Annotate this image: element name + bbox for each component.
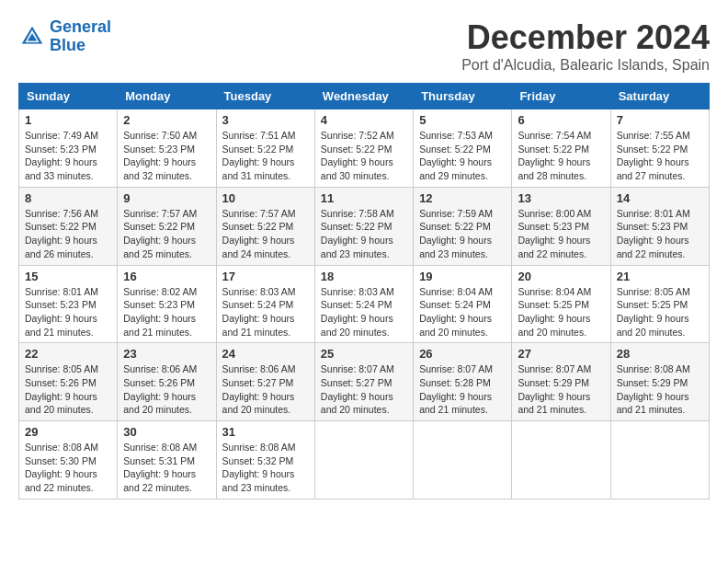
table-row: 9 Sunrise: 7:57 AMSunset: 5:22 PMDayligh…	[118, 187, 216, 265]
table-row	[512, 421, 610, 500]
day-info: Sunrise: 8:08 AMSunset: 5:32 PMDaylight:…	[222, 442, 296, 493]
title-section: December 2024 Port d'Alcudia, Balearic I…	[461, 18, 710, 74]
table-row: 3 Sunrise: 7:51 AMSunset: 5:22 PMDayligh…	[216, 109, 314, 188]
day-info: Sunrise: 7:50 AMSunset: 5:23 PMDaylight:…	[123, 130, 197, 181]
day-number: 8	[25, 191, 111, 205]
day-info: Sunrise: 7:55 AMSunset: 5:22 PMDaylight:…	[617, 130, 690, 181]
logo-text: General Blue	[50, 18, 111, 55]
subtitle: Port d'Alcudia, Balearic Islands, Spain	[461, 57, 710, 74]
day-info: Sunrise: 8:08 AMSunset: 5:31 PMDaylight:…	[123, 442, 197, 493]
table-row	[314, 421, 413, 500]
col-thursday: Thursday	[414, 84, 512, 109]
table-row	[414, 421, 512, 500]
day-number: 15	[25, 270, 111, 283]
day-number: 24	[222, 347, 309, 361]
col-tuesday: Tuesday	[216, 84, 314, 109]
day-info: Sunrise: 8:07 AMSunset: 5:27 PMDaylight:…	[321, 363, 394, 415]
calendar-week-4: 22 Sunrise: 8:05 AMSunset: 5:26 PMDaylig…	[19, 343, 710, 421]
table-row: 23 Sunrise: 8:06 AMSunset: 5:26 PMDaylig…	[118, 343, 216, 421]
day-number: 11	[321, 191, 407, 205]
col-saturday: Saturday	[610, 84, 709, 109]
day-info: Sunrise: 8:05 AMSunset: 5:26 PMDaylight:…	[25, 363, 98, 415]
table-row: 27 Sunrise: 8:07 AMSunset: 5:29 PMDaylig…	[512, 343, 610, 421]
day-info: Sunrise: 8:08 AMSunset: 5:29 PMDaylight:…	[617, 363, 690, 415]
day-number: 4	[321, 113, 407, 127]
table-row: 30 Sunrise: 8:08 AMSunset: 5:31 PMDaylig…	[118, 421, 216, 500]
day-info: Sunrise: 8:03 AMSunset: 5:24 PMDaylight:…	[321, 286, 394, 338]
day-number: 2	[123, 113, 210, 127]
day-number: 1	[25, 113, 111, 127]
day-info: Sunrise: 8:08 AMSunset: 5:30 PMDaylight:…	[25, 442, 98, 493]
table-row: 26 Sunrise: 8:07 AMSunset: 5:28 PMDaylig…	[414, 343, 512, 421]
col-wednesday: Wednesday	[314, 84, 413, 109]
table-row: 8 Sunrise: 7:56 AMSunset: 5:22 PMDayligh…	[19, 187, 118, 265]
table-row: 1 Sunrise: 7:49 AMSunset: 5:23 PMDayligh…	[19, 109, 118, 188]
day-number: 16	[123, 270, 210, 283]
day-info: Sunrise: 8:06 AMSunset: 5:27 PMDaylight:…	[222, 363, 296, 415]
calendar-week-3: 15 Sunrise: 8:01 AMSunset: 5:23 PMDaylig…	[19, 265, 710, 343]
calendar-week-1: 1 Sunrise: 7:49 AMSunset: 5:23 PMDayligh…	[19, 109, 710, 188]
day-number: 3	[222, 113, 309, 127]
day-number: 23	[123, 347, 210, 361]
day-number: 18	[321, 270, 407, 283]
table-row: 25 Sunrise: 8:07 AMSunset: 5:27 PMDaylig…	[314, 343, 413, 421]
day-info: Sunrise: 8:05 AMSunset: 5:25 PMDaylight:…	[617, 286, 690, 338]
col-sunday: Sunday	[19, 84, 118, 109]
table-row: 15 Sunrise: 8:01 AMSunset: 5:23 PMDaylig…	[19, 265, 118, 343]
day-info: Sunrise: 8:07 AMSunset: 5:29 PMDaylight:…	[518, 363, 591, 415]
day-number: 25	[321, 347, 407, 361]
table-row: 29 Sunrise: 8:08 AMSunset: 5:30 PMDaylig…	[19, 421, 118, 500]
day-number: 26	[419, 347, 506, 361]
day-number: 20	[518, 270, 604, 283]
day-number: 14	[617, 191, 703, 205]
logo: General Blue	[18, 18, 111, 55]
day-number: 28	[617, 347, 703, 361]
day-number: 30	[123, 425, 210, 439]
day-number: 5	[419, 113, 506, 127]
calendar-week-5: 29 Sunrise: 8:08 AMSunset: 5:30 PMDaylig…	[19, 421, 710, 500]
table-row: 28 Sunrise: 8:08 AMSunset: 5:29 PMDaylig…	[610, 343, 709, 421]
day-number: 17	[222, 270, 309, 283]
table-row: 17 Sunrise: 8:03 AMSunset: 5:24 PMDaylig…	[216, 265, 314, 343]
table-row: 5 Sunrise: 7:53 AMSunset: 5:22 PMDayligh…	[414, 109, 512, 188]
table-row: 12 Sunrise: 7:59 AMSunset: 5:22 PMDaylig…	[414, 187, 512, 265]
day-info: Sunrise: 7:57 AMSunset: 5:22 PMDaylight:…	[123, 208, 197, 259]
table-row: 2 Sunrise: 7:50 AMSunset: 5:23 PMDayligh…	[118, 109, 216, 188]
table-row: 13 Sunrise: 8:00 AMSunset: 5:23 PMDaylig…	[512, 187, 610, 265]
table-row: 6 Sunrise: 7:54 AMSunset: 5:22 PMDayligh…	[512, 109, 610, 188]
calendar-header-row: Sunday Monday Tuesday Wednesday Thursday…	[19, 84, 710, 109]
day-number: 31	[222, 425, 309, 439]
day-number: 19	[419, 270, 506, 283]
day-number: 27	[518, 347, 604, 361]
day-info: Sunrise: 7:49 AMSunset: 5:23 PMDaylight:…	[25, 130, 98, 181]
table-row: 20 Sunrise: 8:04 AMSunset: 5:25 PMDaylig…	[512, 265, 610, 343]
col-monday: Monday	[118, 84, 216, 109]
day-number: 29	[25, 425, 111, 439]
table-row: 19 Sunrise: 8:04 AMSunset: 5:24 PMDaylig…	[414, 265, 512, 343]
day-info: Sunrise: 8:02 AMSunset: 5:23 PMDaylight:…	[123, 286, 197, 338]
table-row: 14 Sunrise: 8:01 AMSunset: 5:23 PMDaylig…	[610, 187, 709, 265]
day-number: 12	[419, 191, 506, 205]
day-number: 10	[222, 191, 309, 205]
main-title: December 2024	[461, 18, 710, 57]
logo-icon	[18, 23, 46, 51]
day-info: Sunrise: 8:07 AMSunset: 5:28 PMDaylight:…	[419, 363, 493, 415]
table-row: 7 Sunrise: 7:55 AMSunset: 5:22 PMDayligh…	[610, 109, 709, 188]
day-info: Sunrise: 7:57 AMSunset: 5:22 PMDaylight:…	[222, 208, 296, 259]
calendar-table: Sunday Monday Tuesday Wednesday Thursday…	[18, 83, 710, 500]
day-info: Sunrise: 7:56 AMSunset: 5:22 PMDaylight:…	[25, 208, 98, 259]
day-info: Sunrise: 8:00 AMSunset: 5:23 PMDaylight:…	[518, 208, 591, 259]
day-info: Sunrise: 7:58 AMSunset: 5:22 PMDaylight:…	[321, 208, 394, 259]
day-number: 9	[123, 191, 210, 205]
table-row: 24 Sunrise: 8:06 AMSunset: 5:27 PMDaylig…	[216, 343, 314, 421]
table-row: 10 Sunrise: 7:57 AMSunset: 5:22 PMDaylig…	[216, 187, 314, 265]
day-info: Sunrise: 8:03 AMSunset: 5:24 PMDaylight:…	[222, 286, 296, 338]
day-info: Sunrise: 8:06 AMSunset: 5:26 PMDaylight:…	[123, 363, 197, 415]
header: General Blue December 2024 Port d'Alcudi…	[18, 18, 710, 74]
day-info: Sunrise: 8:04 AMSunset: 5:25 PMDaylight:…	[518, 286, 591, 338]
day-number: 6	[518, 113, 604, 127]
day-info: Sunrise: 7:54 AMSunset: 5:22 PMDaylight:…	[518, 130, 591, 181]
table-row: 21 Sunrise: 8:05 AMSunset: 5:25 PMDaylig…	[610, 265, 709, 343]
table-row: 11 Sunrise: 7:58 AMSunset: 5:22 PMDaylig…	[314, 187, 413, 265]
day-number: 13	[518, 191, 604, 205]
